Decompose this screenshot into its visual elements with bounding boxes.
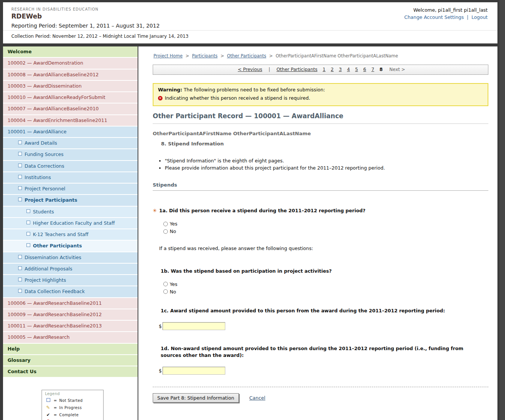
sidebar-item-label: Contact Us: [8, 369, 36, 374]
sidebar-item-label: Glossary: [8, 357, 31, 363]
sidebar-item-contact-us[interactable]: Contact Us: [3, 366, 138, 378]
page-link-4[interactable]: 4: [347, 67, 350, 72]
page-link-5[interactable]: 5: [355, 67, 358, 72]
sidebar-item-award-details[interactable]: Award Details: [3, 138, 138, 149]
sidebar-item-100008[interactable]: 100008 — AwardAllianceBaseline2012: [3, 69, 138, 81]
page-link-2[interactable]: 2: [331, 67, 334, 72]
sidebar-item-100010[interactable]: 100010 — AwardAllianceReadyForSubmit: [3, 92, 138, 103]
question-1d-text: 1d. Non-award stipend amount provided to…: [161, 345, 474, 358]
legend-equals: =: [54, 406, 57, 410]
sidebar-nav: Welcome 100002 — AwardDemonstration 1000…: [3, 46, 138, 378]
q1a-yes-radio[interactable]: [163, 222, 168, 226]
sidebar-item-data-corrections[interactable]: Data Corrections: [3, 161, 138, 172]
not-started-icon: [18, 198, 22, 201]
next-page-link[interactable]: Next >: [389, 67, 405, 72]
sidebar-item-label: 100007 — AwardAllianceBaseline2010: [8, 106, 99, 111]
sidebar-item-institutions[interactable]: Institutions: [3, 172, 138, 184]
sidebar-item-label: 100010 — AwardAllianceReadyForSubmit: [8, 94, 105, 100]
warning-title: Warning:: [158, 87, 182, 93]
no-label: No: [170, 229, 176, 234]
logout-link[interactable]: Logout: [471, 14, 488, 20]
sidebar-item-label: Help: [8, 346, 20, 352]
sidebar-item-label: Students: [33, 209, 54, 215]
breadcrumb-participants[interactable]: Participants: [192, 53, 218, 59]
q1b-no-option[interactable]: No: [163, 289, 488, 295]
award-stipend-amount-input[interactable]: [163, 322, 225, 330]
question-1a: ✳ 1a. Did this person receive a stipend …: [153, 207, 488, 214]
page-link-3[interactable]: 3: [339, 67, 342, 72]
not-started-icon: [18, 175, 22, 179]
q1a-no-option[interactable]: No: [163, 229, 488, 234]
question-1c-text: 1c. Award stipend amount provided to thi…: [161, 307, 445, 314]
sidebar-item-100001[interactable]: 100001 — AwardAlliance: [3, 127, 138, 138]
sidebar-item-label: Welcome: [8, 49, 32, 54]
sidebar-item-100007[interactable]: 100007 — AwardAllianceBaseline2010: [3, 103, 138, 115]
q1b-no-radio[interactable]: [163, 289, 168, 294]
sidebar-item-dissemination-activities[interactable]: Dissemination Activities: [3, 252, 138, 264]
sidebar-item-project-highlights[interactable]: Project Highlights: [3, 275, 138, 286]
previous-page-link[interactable]: < Previous: [238, 67, 262, 72]
record-title: Other Participant Record — 100001 — Awar…: [153, 112, 488, 124]
sidebar-item-label: Additional Proposals: [25, 266, 72, 272]
welcome-text: Welcome, pi1all_first pi1all_last: [404, 7, 488, 13]
sidebar-item-label: Project Personnel: [25, 186, 65, 191]
sidebar-item-100009[interactable]: 100009 — AwardResearchBaseline2012: [3, 309, 138, 321]
required-asterisk-icon: ✳: [153, 207, 159, 214]
stipend-form: ✳ 1a. Did this person receive a stipend …: [153, 207, 488, 403]
sidebar-item-data-collection-feedback[interactable]: Data Collection Feedback: [3, 286, 138, 298]
scrollbar-track[interactable]: [499, 0, 505, 420]
instruction-item: "Stipend Information" is the eighth of e…: [165, 158, 488, 164]
sidebar-item-students[interactable]: Students: [3, 207, 138, 218]
q1a-no-radio[interactable]: [163, 229, 168, 234]
q1a-yes-option[interactable]: Yes: [163, 221, 488, 227]
q1b-radio-group: Yes No: [163, 281, 488, 295]
question-1a-text: 1a. Did this person receive a stipend du…: [159, 207, 366, 214]
legend-box: Legend = Not Started ✎ = In Progress ✔ =…: [42, 390, 104, 420]
page-link-1[interactable]: 1: [323, 67, 326, 72]
instructions-list: "Stipend Information" is the eighth of e…: [158, 158, 488, 171]
save-button[interactable]: Save Part 8: Stipend Information: [153, 393, 239, 403]
not-started-icon: [26, 221, 30, 224]
sidebar-item-glossary[interactable]: Glossary: [3, 355, 138, 366]
warning-item-text: Indicating whether this person received …: [165, 95, 310, 101]
app-frame: RESEARCH IN DISABILITIES EDUCATION RDEWe…: [3, 2, 497, 420]
breadcrumb-other-participants[interactable]: Other Participants: [227, 53, 266, 59]
page-link-7[interactable]: 7: [371, 67, 374, 72]
sidebar-item-100004[interactable]: 100004 — AwardEnrichmentBaseline2011: [3, 115, 138, 127]
main-content: Project Home > Participants > Other Part…: [138, 46, 497, 420]
sidebar-item-100011[interactable]: 100011 — AwardResearchBaseline2013: [3, 321, 138, 332]
yes-label: Yes: [170, 221, 177, 227]
warning-box: Warning: The following problems need to …: [153, 83, 488, 106]
sidebar-item-welcome[interactable]: Welcome: [3, 46, 138, 58]
sidebar-item-label: 100001 — AwardAlliance: [8, 129, 67, 134]
sidebar-item-k12-teachers-staff[interactable]: K-12 Teachers and Staff: [3, 229, 138, 241]
change-account-settings-link[interactable]: Change Account Settings: [404, 14, 464, 20]
current-page-indicator: 8: [380, 67, 383, 72]
cancel-link[interactable]: Cancel: [249, 395, 265, 401]
sidebar-item-additional-proposals[interactable]: Additional Proposals: [3, 264, 138, 275]
checkmark-icon: ✔: [45, 412, 51, 417]
other-participants-pages-link[interactable]: Other Participants: [276, 67, 317, 72]
sidebar-item-project-personnel[interactable]: Project Personnel: [3, 184, 138, 195]
sidebar-item-label: Institutions: [25, 174, 51, 180]
sidebar-item-other-participants[interactable]: Other Participants: [3, 241, 138, 252]
sidebar-item-label: 100011 — AwardResearchBaseline2013: [8, 323, 102, 329]
sidebar-item-help[interactable]: Help: [3, 344, 138, 355]
q1b-yes-radio[interactable]: [163, 282, 168, 286]
non-award-stipend-amount-input[interactable]: [163, 367, 225, 375]
q1c-amount-row: $: [159, 322, 488, 330]
breadcrumb-project-home[interactable]: Project Home: [153, 53, 183, 59]
sidebar-item-funding-sources[interactable]: Funding Sources: [3, 149, 138, 161]
q1b-yes-option[interactable]: Yes: [163, 281, 488, 287]
sidebar-item-100002[interactable]: 100002 — AwardDemonstration: [3, 58, 138, 69]
sidebar-item-higher-ed-faculty-staff[interactable]: Higher Education Faculty and Staff: [3, 218, 138, 229]
sidebar-item-label: 100002 — AwardDemonstration: [8, 60, 83, 66]
not-started-icon: [18, 255, 22, 259]
sidebar-item-project-participants[interactable]: Project Participants: [3, 195, 138, 206]
sidebar-item-100006[interactable]: 100006 — AwardResearchBaseline2011: [3, 298, 138, 309]
sidebar-item-100005[interactable]: 100005 — AwardResearch: [3, 332, 138, 343]
sidebar-item-100003[interactable]: 100003 — AwardDissemination: [3, 81, 138, 92]
question-1d: 1d. Non-award stipend amount provided to…: [161, 345, 474, 358]
sidebar-item-label: K-12 Teachers and Staff: [33, 232, 88, 237]
page-link-6[interactable]: 6: [363, 67, 366, 72]
